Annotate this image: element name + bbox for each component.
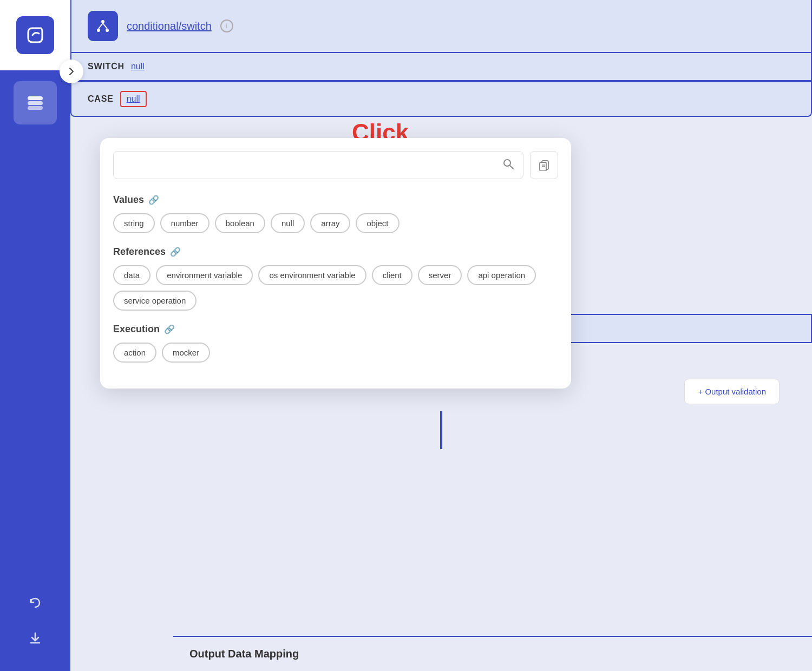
expand-button[interactable] — [60, 60, 83, 83]
references-section-title: References 🔗 — [113, 246, 558, 258]
switch-label: SWITCH — [88, 62, 125, 71]
svg-line-7 — [103, 23, 107, 29]
values-section-title: Values 🔗 — [113, 194, 558, 206]
chip-environment-variable[interactable]: environment variable — [156, 265, 253, 285]
panel-header: conditional/switch i — [71, 0, 811, 52]
output-mapping-section: Output Data Mapping — [173, 636, 812, 671]
panel-icon — [88, 11, 118, 41]
search-input[interactable] — [122, 160, 502, 170]
chip-array[interactable]: array — [310, 213, 350, 233]
sidebar-bottom — [28, 596, 43, 649]
svg-rect-0 — [28, 96, 43, 100]
chip-service-operation[interactable]: service operation — [113, 291, 197, 311]
chip-string[interactable]: string — [113, 213, 155, 233]
undo-icon[interactable] — [28, 596, 43, 615]
case-row: CASE null — [71, 81, 811, 116]
chip-boolean[interactable]: boolean — [215, 213, 265, 233]
logo-icon — [16, 16, 54, 54]
clipboard-button[interactable] — [530, 151, 558, 179]
sidebar — [0, 0, 70, 671]
switch-row: SWITCH null — [71, 52, 811, 80]
svg-line-9 — [510, 166, 513, 169]
search-input-wrap[interactable] — [113, 151, 523, 179]
values-chips: string number boolean null array object — [113, 213, 558, 233]
chip-server[interactable]: server — [418, 265, 462, 285]
svg-point-4 — [97, 29, 100, 32]
output-validation-area: + Output validation — [684, 368, 796, 415]
chip-action[interactable]: action — [113, 343, 156, 363]
chip-number[interactable]: number — [160, 213, 209, 233]
case-value[interactable]: null — [120, 91, 147, 107]
svg-point-8 — [504, 160, 510, 166]
sidebar-item-database[interactable] — [14, 81, 57, 124]
values-link-icon: 🔗 — [148, 195, 159, 205]
chip-object[interactable]: object — [356, 213, 399, 233]
sidebar-nav — [0, 70, 70, 135]
chip-data[interactable]: data — [113, 265, 150, 285]
sidebar-logo — [0, 0, 70, 70]
execution-link-icon: 🔗 — [164, 324, 175, 334]
search-icon — [502, 158, 514, 173]
chip-os-environment-variable[interactable]: os environment variable — [258, 265, 366, 285]
chip-mocker[interactable]: mocker — [162, 343, 210, 363]
search-row — [113, 151, 558, 179]
panel-title[interactable]: conditional/switch — [127, 20, 212, 32]
svg-point-3 — [101, 20, 104, 23]
switch-panel: conditional/switch i SWITCH null CASE nu… — [70, 0, 812, 117]
output-validation-button[interactable]: + Output validation — [684, 379, 780, 404]
main-area: conditional/switch i SWITCH null CASE nu… — [70, 0, 812, 671]
svg-line-6 — [99, 23, 103, 29]
references-link-icon: 🔗 — [170, 247, 181, 257]
execution-section-title: Execution 🔗 — [113, 324, 558, 335]
chip-client[interactable]: client — [372, 265, 412, 285]
switch-value[interactable]: null — [131, 62, 145, 71]
svg-rect-1 — [28, 101, 43, 105]
dropdown-popup: Values 🔗 string number boolean null arra… — [100, 138, 571, 389]
vertical-connector — [440, 411, 442, 449]
chip-api-operation[interactable]: api operation — [467, 265, 536, 285]
output-mapping-title: Output Data Mapping — [189, 648, 299, 660]
export-icon[interactable] — [28, 631, 43, 649]
case-label: CASE — [88, 94, 114, 104]
svg-point-5 — [106, 29, 109, 32]
execution-chips: action mocker — [113, 343, 558, 363]
chip-null[interactable]: null — [271, 213, 305, 233]
info-icon[interactable]: i — [220, 19, 233, 32]
svg-rect-2 — [28, 106, 43, 110]
references-chips: data environment variable os environment… — [113, 265, 558, 311]
